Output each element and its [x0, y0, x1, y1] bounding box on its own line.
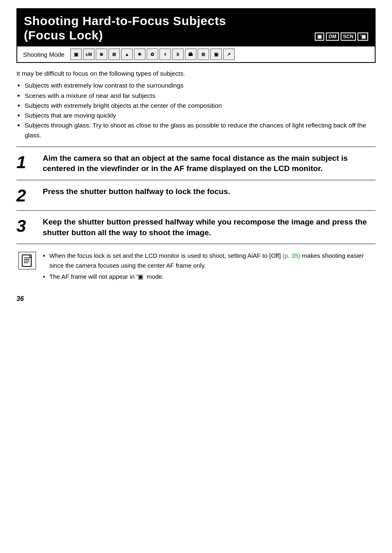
step-text-2: Press the shutter button halfway to lock…	[43, 186, 230, 197]
mode-icon-indoor: 🏔	[185, 49, 196, 60]
mode-icon-stitch: ⊕	[96, 49, 107, 60]
mode-icon-kids: 8	[172, 49, 184, 60]
header-icon-om: OM	[326, 32, 339, 41]
shooting-mode-label: Shooting Mode	[23, 51, 65, 58]
mode-icon-auto: ▣	[70, 49, 82, 60]
note-link: (p. 35)	[283, 252, 300, 259]
step-1: 1 Aim the camera so that an object at th…	[16, 147, 376, 180]
notes-content: When the focus lock is set and the LCD m…	[42, 251, 376, 283]
mode-icon-landscape: ❈	[134, 49, 145, 60]
title-line1: Shooting Hard-to-Focus Subjects	[24, 14, 226, 28]
bullet-item-2: Scenes with a mixture of near and far su…	[16, 91, 376, 100]
step-number-2: 2	[16, 186, 37, 204]
mode-icon-cm: cM	[83, 49, 95, 60]
bullet-item-4: Subjects that are moving quickly	[16, 111, 376, 120]
step-number-1: 1	[16, 153, 37, 171]
header-icon-scn: SCN	[341, 32, 356, 41]
step-text-1: Aim the camera so that an object at the …	[43, 153, 371, 174]
page-title: Shooting Hard-to-Focus Subjects (Focus L…	[24, 14, 226, 42]
page-header: Shooting Hard-to-Focus Subjects (Focus L…	[16, 8, 376, 46]
step-2: 2 Press the shutter button halfway to lo…	[16, 180, 376, 211]
bullet-item-5: Subjects through glass: Try to shoot as …	[16, 120, 376, 140]
mode-icon-movie: ⊞	[108, 49, 120, 60]
intro-text: It may be difficult to focus on the foll…	[16, 69, 376, 78]
title-line2: (Focus Lock)	[24, 28, 226, 43]
mode-icons-row: ▣ cM ⊕ ⊞ ▲ ❈ ✿ ☓ 8 🏔 ⊞ ▣ ↗	[70, 49, 235, 60]
mode-icon-long: ▣	[210, 49, 222, 60]
mode-icon-fireworks: ⊞	[198, 49, 209, 60]
shooting-mode-bar: Shooting Mode ▣ cM ⊕ ⊞ ▲ ❈ ✿ ☓ 8 🏔 ⊞ ▣ ↗	[16, 46, 376, 63]
bullet-item-3: Subjects with extremely bright objects a…	[16, 101, 376, 110]
step-text-3: Keep the shutter button pressed halfway …	[43, 217, 371, 238]
note-icon	[18, 252, 36, 270]
mode-icon-sports: ☓	[159, 49, 171, 60]
mode-icon-portrait: ▲	[121, 49, 133, 60]
bullet-list: Subjects with extremely low contrast to …	[16, 81, 376, 140]
mode-icon-custom: ↗	[223, 49, 235, 60]
note-item-2: The AF frame will not appear in ′▣ mode.	[42, 272, 376, 281]
page-number: 36	[16, 295, 376, 303]
step-3: 3 Keep the shutter button pressed halfwa…	[16, 211, 376, 244]
steps-container: 1 Aim the camera so that an object at th…	[16, 146, 376, 245]
header-icon-special: ′▣	[357, 32, 368, 41]
bullet-item-1: Subjects with extremely low contrast to …	[16, 81, 376, 90]
step-number-3: 3	[16, 217, 37, 235]
header-mode-icons: ▣ OM SCN ′▣	[315, 32, 368, 42]
note-item-1: When the focus lock is set and the LCD m…	[42, 251, 376, 270]
mode-icon-night: ✿	[147, 49, 158, 60]
notes-section: When the focus lock is set and the LCD m…	[16, 244, 376, 283]
header-icon-camera: ▣	[315, 32, 324, 41]
